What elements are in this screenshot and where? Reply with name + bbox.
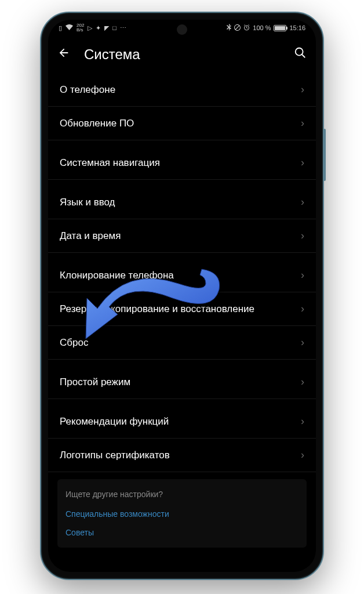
phone-frame: ▯ 202B/s ▷ ✦ ◤ □ ⋯: [40, 12, 324, 580]
phone-notch: [177, 24, 187, 35]
search-button[interactable]: [294, 46, 307, 63]
chevron-right-icon: ›: [301, 449, 304, 461]
settings-item-label: Сброс: [60, 337, 301, 349]
settings-item-feature-recommendations[interactable]: Рекомендации функций ›: [48, 405, 316, 439]
dnd-icon: [234, 24, 241, 32]
chevron-right-icon: ›: [301, 196, 304, 208]
svg-point-1: [296, 48, 303, 56]
settings-section: Рекомендации функций › Логотипы сертифик…: [48, 405, 316, 472]
settings-item-language-input[interactable]: Язык и ввод ›: [48, 186, 316, 219]
chevron-right-icon: ›: [301, 303, 304, 315]
accessibility-link[interactable]: Специальные возможности: [65, 509, 299, 519]
more-icon: ⋯: [120, 24, 126, 32]
settings-section: О телефоне › Обновление ПО ›: [48, 73, 316, 140]
page-title: Система: [84, 46, 280, 63]
app-icon-2: □: [112, 24, 117, 31]
settings-item-system-navigation[interactable]: Системная навигация ›: [48, 146, 316, 180]
sim-icon: ▯: [59, 24, 62, 32]
play-icon: ▷: [88, 24, 92, 32]
more-settings-card: Ищете другие настройки? Специальные возм…: [57, 479, 307, 548]
phone-side-button: [323, 129, 326, 181]
settings-item-label: Логотипы сертификатов: [60, 450, 301, 461]
alarm-icon: [243, 24, 250, 32]
chevron-right-icon: ›: [301, 376, 304, 388]
network-speed: 202B/s: [77, 23, 84, 32]
wifi-icon: [65, 24, 73, 31]
settings-item-about-phone[interactable]: О телефоне ›: [48, 73, 316, 107]
settings-item-label: Клонирование телефона: [60, 270, 301, 281]
battery-percent: 100 %: [253, 24, 271, 31]
chevron-right-icon: ›: [301, 157, 304, 169]
settings-item-reset[interactable]: Сброс ›: [48, 326, 316, 360]
chevron-right-icon: ›: [301, 230, 304, 242]
settings-section: Язык и ввод › Дата и время ›: [48, 186, 316, 253]
chevron-right-icon: ›: [301, 84, 304, 96]
settings-item-label: Язык и ввод: [60, 197, 301, 208]
settings-item-date-time[interactable]: Дата и время ›: [48, 219, 316, 253]
tips-link[interactable]: Советы: [65, 528, 299, 537]
status-left: ▯ 202B/s ▷ ✦ ◤ □ ⋯: [59, 23, 126, 32]
bluetooth-icon: [227, 24, 231, 32]
more-settings-title: Ищете другие настройки?: [65, 490, 299, 499]
settings-section: Системная навигация ›: [48, 146, 316, 180]
settings-list: О телефоне › Обновление ПО › Системная н…: [48, 73, 316, 548]
settings-section: Простой режим ›: [48, 365, 316, 399]
settings-item-certificate-logos[interactable]: Логотипы сертификатов ›: [48, 439, 316, 472]
settings-item-phone-clone[interactable]: Клонирование телефона ›: [48, 259, 316, 292]
status-time: 15:16: [289, 24, 305, 31]
settings-item-label: О телефоне: [60, 84, 301, 96]
settings-item-simple-mode[interactable]: Простой режим ›: [48, 365, 316, 399]
chevron-right-icon: ›: [301, 117, 304, 129]
settings-item-label: Резервное копирование и восстановление: [60, 303, 301, 315]
battery-icon: [274, 25, 286, 31]
settings-item-label: Рекомендации функций: [60, 416, 301, 428]
chevron-right-icon: ›: [301, 336, 304, 349]
phone-screen: ▯ 202B/s ▷ ✦ ◤ □ ⋯: [48, 20, 316, 572]
settings-item-label: Системная навигация: [60, 157, 301, 169]
settings-item-software-update[interactable]: Обновление ПО ›: [48, 107, 316, 140]
back-button[interactable]: [57, 46, 70, 63]
chevron-right-icon: ›: [301, 415, 304, 428]
header: Система: [48, 36, 316, 73]
svg-line-2: [302, 55, 305, 58]
settings-status-icon: ✦: [96, 24, 101, 32]
settings-item-label: Обновление ПО: [60, 118, 301, 129]
status-right: 100 % 15:16: [227, 24, 305, 32]
settings-section: Клонирование телефона › Резервное копиро…: [48, 259, 316, 360]
app-icon-1: ◤: [104, 24, 109, 32]
settings-item-backup-restore[interactable]: Резервное копирование и восстановление ›: [48, 292, 316, 326]
chevron-right-icon: ›: [301, 269, 304, 281]
settings-item-label: Простой режим: [60, 376, 301, 388]
settings-item-label: Дата и время: [60, 230, 301, 242]
